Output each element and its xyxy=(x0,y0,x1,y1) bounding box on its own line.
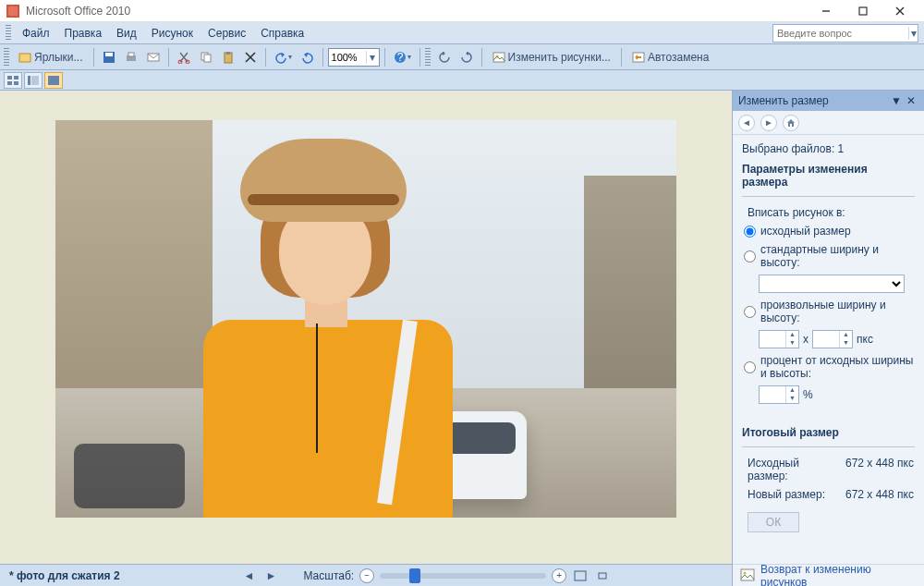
standard-size-select[interactable] xyxy=(759,275,905,293)
prev-image-button[interactable]: ◄ xyxy=(240,568,257,584)
svg-rect-10 xyxy=(128,53,134,56)
custom-width-stepper[interactable]: ▲▼ xyxy=(759,330,799,348)
toolbar-grip[interactable] xyxy=(425,48,431,67)
zoom-slider[interactable] xyxy=(380,573,546,579)
panel-close-button[interactable]: ✕ xyxy=(904,94,918,107)
toolbar-grip[interactable] xyxy=(6,25,11,42)
zoom-dropdown[interactable]: ▾ xyxy=(366,51,379,64)
help-search[interactable]: ▾ xyxy=(772,24,918,43)
source-size-key: Исходный размер: xyxy=(748,457,840,482)
radio-standard[interactable]: стандартные ширину и высоту: xyxy=(744,243,915,269)
panel-menu-button[interactable]: ▼ xyxy=(889,94,904,107)
panel-back-button[interactable]: ◄ xyxy=(738,115,755,131)
menu-file[interactable]: Файл xyxy=(15,23,57,43)
maximize-button[interactable] xyxy=(845,2,881,20)
panel-title: Изменить размер xyxy=(738,94,889,107)
zoom-input[interactable] xyxy=(329,52,366,63)
menu-view[interactable]: Вид xyxy=(109,23,144,43)
custom-width-input[interactable] xyxy=(760,331,785,348)
zoom-out-button[interactable]: − xyxy=(359,568,374,583)
minimize-button[interactable] xyxy=(808,2,845,20)
cut-button[interactable] xyxy=(174,47,194,67)
source-size-row: Исходный размер: 672 x 448 пкс xyxy=(748,457,915,482)
svg-rect-32 xyxy=(575,571,586,580)
window-title: Microsoft Office 2010 xyxy=(26,5,808,18)
image-preview[interactable] xyxy=(55,120,676,518)
selected-files-label: Выбрано файлов: 1 xyxy=(742,142,915,155)
divider xyxy=(742,196,915,197)
edit-pictures-button[interactable]: Изменить рисунки... xyxy=(487,47,616,67)
canvas[interactable] xyxy=(0,91,732,564)
canvas-area: * фото для сжатия 2 ◄ ► Масштаб: − + xyxy=(0,91,732,586)
panel-home-button[interactable] xyxy=(783,115,799,131)
radio-custom-input[interactable] xyxy=(744,306,756,318)
thumbnails-view-button[interactable] xyxy=(4,72,22,89)
svg-text:?: ? xyxy=(396,51,403,64)
single-view-button[interactable] xyxy=(44,72,63,89)
autoreplace-button[interactable]: Автозамена xyxy=(626,47,714,67)
rotate-left-button[interactable] xyxy=(434,47,455,67)
fit-window-button[interactable] xyxy=(572,568,589,584)
zoom-slider-thumb[interactable] xyxy=(409,568,420,583)
new-size-key: Новый размер: xyxy=(748,488,840,501)
custom-height-input[interactable] xyxy=(813,331,839,348)
paste-button[interactable] xyxy=(218,47,238,67)
svg-rect-26 xyxy=(14,76,18,79)
autoreplace-label: Автозамена xyxy=(648,51,709,64)
help-button[interactable]: ?▾ xyxy=(390,47,415,67)
rotate-right-button[interactable] xyxy=(456,47,477,67)
menu-picture[interactable]: Рисунок xyxy=(144,23,201,43)
workspace: * фото для сжатия 2 ◄ ► Масштаб: − + Изм… xyxy=(0,91,924,586)
panel-header[interactable]: Изменить размер ▼ ✕ xyxy=(733,91,924,111)
px-unit: пкс xyxy=(857,333,873,346)
radio-percent[interactable]: процент от исходных ширины и высоты: xyxy=(744,354,915,380)
radio-original-input[interactable] xyxy=(744,226,756,238)
panel-forward-button[interactable]: ► xyxy=(760,115,777,131)
panel-footer[interactable]: Возврат к изменению рисунков xyxy=(733,564,924,586)
menu-service[interactable]: Сервис xyxy=(201,23,253,43)
view-toolbar xyxy=(0,70,924,91)
shortcuts-label: Ярлыки... xyxy=(34,51,83,64)
undo-button[interactable]: ▾ xyxy=(271,47,296,67)
divider xyxy=(742,446,915,447)
new-size-value: 672 x 448 пкс xyxy=(845,488,914,501)
custom-height-stepper[interactable]: ▲▼ xyxy=(812,330,853,348)
svg-rect-31 xyxy=(48,76,59,85)
mail-button[interactable] xyxy=(143,47,164,67)
svg-rect-29 xyxy=(28,76,30,85)
close-button[interactable] xyxy=(881,2,918,20)
help-search-dropdown[interactable]: ▾ xyxy=(908,27,918,40)
redo-button[interactable] xyxy=(298,47,318,67)
next-image-button[interactable]: ► xyxy=(262,568,279,584)
zoom-combo[interactable]: ▾ xyxy=(328,48,380,67)
help-search-input[interactable] xyxy=(773,28,908,39)
percent-input[interactable] xyxy=(760,386,785,403)
svg-rect-3 xyxy=(859,7,867,15)
menu-edit[interactable]: Правка xyxy=(57,23,110,43)
delete-button[interactable] xyxy=(240,47,261,67)
copy-button[interactable] xyxy=(196,47,216,67)
resize-params-title: Параметры изменения размера xyxy=(742,163,915,189)
radio-standard-label: стандартные ширину и высоту: xyxy=(760,243,915,269)
actual-size-button[interactable] xyxy=(594,568,611,584)
zoom-in-button[interactable]: + xyxy=(552,568,566,583)
ok-button[interactable]: ОК xyxy=(748,512,799,532)
radio-standard-input[interactable] xyxy=(744,250,756,262)
svg-point-35 xyxy=(744,571,747,574)
svg-rect-34 xyxy=(741,569,754,580)
toolbar-grip[interactable] xyxy=(4,48,9,67)
radio-custom-label: произвольные ширину и высоту: xyxy=(760,299,915,324)
filmstrip-view-button[interactable] xyxy=(24,72,43,89)
panel-body: Выбрано файлов: 1 Параметры изменения ра… xyxy=(733,135,924,564)
menu-help[interactable]: Справка xyxy=(253,23,311,43)
svg-rect-8 xyxy=(105,53,113,56)
shortcuts-button[interactable]: Ярлыки... xyxy=(13,47,89,67)
percent-stepper[interactable]: ▲▼ xyxy=(759,385,799,404)
radio-percent-input[interactable] xyxy=(744,361,756,373)
print-button[interactable] xyxy=(121,47,141,67)
radio-original[interactable]: исходный размер xyxy=(744,225,915,238)
save-button[interactable] xyxy=(99,47,119,67)
radio-custom[interactable]: произвольные ширину и высоту: xyxy=(744,299,915,324)
app-icon xyxy=(6,4,20,18)
back-to-edit-link[interactable]: Возврат к изменению рисунков xyxy=(760,563,917,587)
